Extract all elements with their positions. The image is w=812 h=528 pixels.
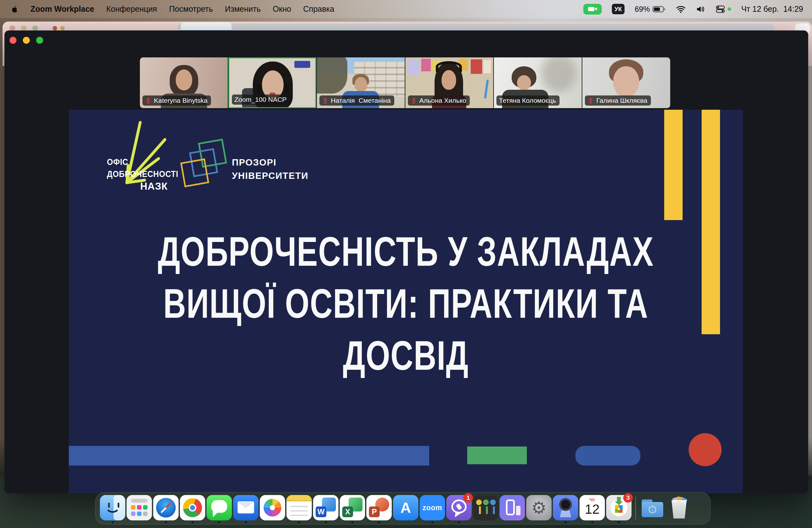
dock-excel-icon[interactable]: X (339, 493, 366, 524)
menu-bar: Zoom Workplace Конференция Посмотреть Из… (0, 0, 812, 18)
muted-mic-icon (410, 97, 417, 104)
participant-tile-2[interactable]: Zoom_100 NACP (228, 57, 316, 108)
volume-icon[interactable] (696, 5, 706, 13)
dock-zoom-icon[interactable]: zoom (419, 493, 446, 524)
logo-line: УНІВЕРСИТЕТИ (232, 171, 308, 181)
participant-name: Галина Шкляєва (596, 97, 647, 104)
slide-title-line: ВИЩОЇ ОСВІТИ: ПРАКТИКИ ТА (150, 278, 662, 329)
logo-line: ОФІС (107, 157, 163, 167)
bg-window-favicon-yellow (60, 26, 65, 30)
dock-passwords-icon[interactable] (472, 493, 499, 524)
dock-launchpad-icon[interactable] (126, 493, 153, 524)
input-language-badge[interactable]: УК (612, 4, 625, 14)
wifi-icon[interactable] (676, 5, 686, 13)
participant-name: Альона Хилько (419, 97, 466, 104)
dock-downloads-folder-icon[interactable]: ↓ (639, 493, 666, 524)
ms-autoupdate-badge: 3 (623, 493, 633, 503)
slide-title-line: ДОСВІД (150, 329, 662, 381)
battery-status[interactable]: 69% (635, 5, 666, 14)
muted-mic-icon (322, 97, 329, 104)
participant-name-pill: Галина Шкляєва (585, 96, 651, 106)
participant-name: Zoom_100 NACP (234, 96, 287, 103)
decor-blue-bar (69, 446, 429, 466)
menu-app-name[interactable]: Zoom Workplace (30, 4, 94, 14)
desktop: Kateryna Binytska Zoom_100 NACP (0, 0, 812, 528)
bg-window-favicon-red (53, 26, 57, 30)
participant-name: Kateryna Binytska (154, 97, 207, 104)
slide-title-line: ДОБРОЧЕСНІСТЬ У ЗАКЛАДАХ (150, 225, 662, 278)
dock-ms-autoupdate-icon[interactable]: 3 (606, 493, 632, 524)
dock-iphone-mirroring-icon[interactable] (499, 493, 525, 524)
background-window-toolbar (178, 24, 774, 31)
background-window-tab (181, 22, 232, 31)
viber-badge: 1 (463, 493, 473, 503)
decor-yellow-bar-short (664, 110, 683, 220)
participant-tile-3[interactable]: Наталія Сметаніна (317, 57, 405, 108)
menu-item-view[interactable]: Посмотреть (169, 4, 213, 14)
status-green-dot (728, 7, 731, 11)
participant-tile-6[interactable]: Галина Шкляєва (582, 57, 670, 108)
decor-red-circle (688, 433, 722, 466)
window-controls (10, 37, 43, 44)
minimize-button[interactable] (23, 37, 30, 44)
logo-line: ПРОЗОРІ (232, 157, 308, 168)
dock-app-store-icon[interactable]: A (392, 493, 419, 524)
participant-name-pill: Kateryna Binytska (142, 96, 211, 106)
logo-line: НАЗК (107, 181, 168, 192)
muted-mic-icon (588, 97, 594, 104)
decor-blue-pill (575, 446, 640, 466)
muted-mic-icon (145, 97, 151, 104)
participant-tile-5[interactable]: Тетяна Коломоєць (494, 57, 582, 108)
menu-item-edit[interactable]: Изменить (225, 4, 261, 14)
transparent-universities-text: ПРОЗОРІ УНІВЕРСИТЕТИ (232, 157, 308, 181)
dock-trash-icon[interactable] (666, 493, 693, 524)
dock-photos-icon[interactable] (259, 493, 286, 524)
dock-word-icon[interactable]: W (313, 493, 339, 524)
dock-separator (635, 496, 636, 520)
dock-powerpoint-icon[interactable]: P (366, 493, 392, 524)
slide-title: ДОБРОЧЕСНІСТЬ У ЗАКЛАДАХ ВИЩОЇ ОСВІТИ: П… (69, 225, 743, 381)
dock-viber-icon[interactable]: 1 (446, 493, 472, 524)
dock-finder-icon[interactable] (99, 493, 126, 524)
participant-name: Тетяна Коломоєць (499, 97, 556, 104)
fullscreen-button[interactable] (36, 37, 43, 44)
menu-item-conference[interactable]: Конференция (106, 4, 157, 14)
dock-messages-icon[interactable] (206, 493, 232, 524)
camera-in-use-indicator-icon[interactable] (583, 4, 602, 15)
participant-name-pill: Zoom_100 NACP (232, 94, 290, 105)
participant-name-pill: Наталія Сметаніна (319, 96, 394, 106)
logo-line: ДОБРОЧЕСНОСТІ (107, 169, 163, 179)
participant-name-pill: Альона Хилько (408, 96, 470, 106)
decor-green-rect (467, 446, 527, 464)
nacp-logo-text: ОФІС ДОБРОЧЕСНОСТІ НАЗК (107, 157, 168, 192)
clock[interactable]: Чт 12 бер. 14:29 (741, 4, 803, 14)
close-button[interactable] (10, 37, 16, 44)
participant-tile-4[interactable]: Альона Хилько (405, 57, 493, 108)
menu-item-window[interactable]: Окно (273, 4, 291, 14)
zoom-meeting-window: Kateryna Binytska Zoom_100 NACP (4, 30, 808, 494)
participant-name: Наталія Сметаніна (331, 97, 391, 104)
dock: W X P A zoom 1 ⚙ Чт12 3 ↓ (95, 492, 710, 525)
shared-presentation-slide: ОФІС ДОБРОЧЕСНОСТІ НАЗК ПРОЗОРІ УНІВЕРСИ… (69, 110, 743, 494)
transparent-universities-logo-icon (180, 137, 231, 194)
battery-percent: 69% (635, 5, 650, 14)
participant-tile-1[interactable]: Kateryna Binytska (140, 57, 228, 108)
dock-calendar-icon[interactable]: Чт12 (579, 493, 606, 524)
apple-menu-icon[interactable] (11, 5, 18, 14)
dock-safari-icon[interactable] (153, 493, 179, 524)
participant-video-strip: Kateryna Binytska Zoom_100 NACP (140, 57, 670, 108)
dock-notes-icon[interactable] (286, 493, 313, 524)
participant-name-pill: Тетяна Коломоєць (496, 96, 560, 106)
battery-icon (652, 5, 666, 13)
control-center-icon[interactable] (715, 5, 731, 13)
dock-mail-icon[interactable] (232, 493, 259, 524)
dock-chrome-icon[interactable] (179, 493, 206, 524)
dock-system-settings-icon[interactable]: ⚙ (525, 493, 552, 524)
menu-item-help[interactable]: Справка (303, 4, 334, 14)
dock-camera-lens-app-icon[interactable] (552, 493, 579, 524)
